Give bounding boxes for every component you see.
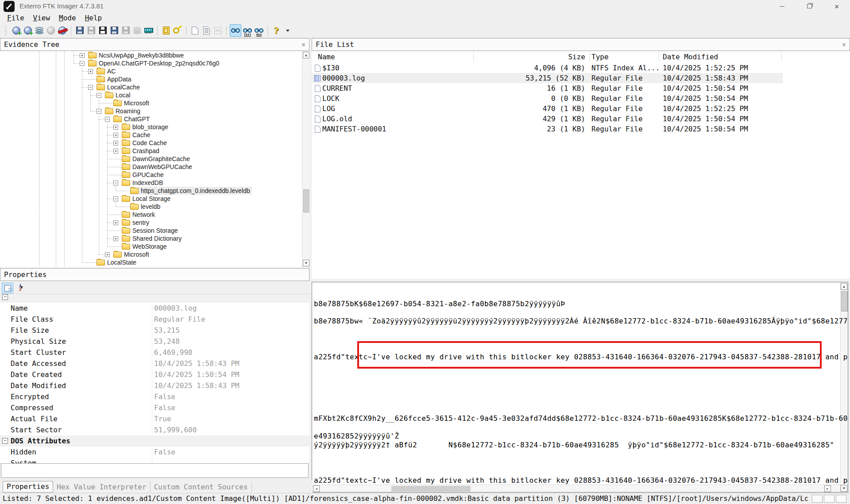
property-row-start-cluster[interactable]: Start Cluster6,469,998	[0, 347, 309, 358]
tree-node-content[interactable]: LocalCache	[97, 83, 142, 91]
tree-node-content[interactable]: GPUCache	[122, 171, 166, 179]
tree-node-local[interactable]: −Local	[0, 91, 301, 99]
tree-node-sentry[interactable]: +sentry	[0, 219, 301, 227]
tree-node-ncsiuwpapp-8wekyb3d8bbwe[interactable]: +NcsiUwpApp_8wekyb3d8bbwe	[0, 51, 301, 59]
scrollbar-thumb[interactable]	[391, 486, 471, 492]
file-row--i30[interactable]: $I304,096 (4 KB)NTFS Index Al...10/4/202…	[312, 63, 850, 73]
column-separator[interactable]	[473, 52, 474, 62]
new-window-button[interactable]	[189, 25, 200, 36]
tree-node-content[interactable]: Local	[105, 91, 132, 99]
menu-item-help[interactable]: Help	[81, 13, 107, 23]
property-row-actual-file[interactable]: Actual FileTrue	[0, 413, 309, 425]
export-disk-image-button[interactable]	[97, 25, 108, 36]
collapse-minus-icon[interactable]: −	[2, 438, 8, 444]
file-row-lock[interactable]: LOCK0 (0 KB)Regular File10/4/2025 1:50:5…	[312, 93, 850, 104]
expand-plus-icon[interactable]: +	[113, 141, 118, 146]
collapse-minus-icon[interactable]: −	[88, 85, 93, 90]
maximize-button[interactable]	[799, 0, 819, 12]
tree-node-webstorage[interactable]: WebStorage	[0, 242, 301, 250]
tree-node-microsoft[interactable]: Microsoft	[0, 99, 301, 107]
tree-node-appdata[interactable]: AppData	[0, 75, 301, 83]
property-row-compressed[interactable]: CompressedFalse	[0, 402, 309, 414]
scrollbar-thumb[interactable]	[841, 291, 848, 312]
tree-node-roaming[interactable]: −Roaming	[0, 107, 301, 115]
tree-node-content[interactable]: blob_storage	[122, 123, 170, 131]
export-file-hash-list-button[interactable]	[132, 25, 143, 36]
close-button[interactable]: ✕	[827, 0, 847, 12]
collapse-minus-icon[interactable]: −	[113, 181, 118, 185]
file-list[interactable]: NameSizeTypeDate Modified$I304,096 (4 KB…	[312, 51, 850, 279]
tree-node-content[interactable]: AppData	[97, 75, 133, 83]
menu-item-mode[interactable]: Mode	[54, 13, 81, 23]
tree-node-content[interactable]: Microsoft	[113, 99, 151, 107]
tree-node-blob-storage[interactable]: +blob_storage	[0, 123, 301, 131]
directory-listing-button[interactable]: DIR	[212, 25, 223, 36]
scroll-right-icon[interactable]: ►	[824, 485, 831, 492]
property-row-hidden[interactable]: HiddenFalse	[0, 446, 309, 458]
tree-node-content[interactable]: AC	[97, 67, 117, 75]
evidence-tree[interactable]: ▲ ▼ +NcsiUwpApp_8wekyb3d8bbwe−OpenAI.Cha…	[0, 51, 309, 267]
remove-evidence-item-button[interactable]	[57, 25, 68, 36]
expand-plus-icon[interactable]: +	[113, 125, 118, 130]
column-separator[interactable]	[659, 52, 659, 62]
capture-memory-button[interactable]	[143, 25, 154, 36]
property-row-date-created[interactable]: Date Created10/4/2025 1:50:54 PM	[0, 369, 309, 381]
menu-item-file[interactable]: File	[3, 13, 29, 23]
property-category-root[interactable]: −	[0, 294, 309, 303]
tree-node-content[interactable]: Code Cache	[122, 139, 169, 147]
toolbar-options-button[interactable]	[282, 25, 293, 36]
collapse-minus-icon[interactable]: −	[2, 294, 8, 300]
tree-node-ac[interactable]: +AC	[0, 67, 301, 75]
add-all-attached-devices-button[interactable]	[23, 25, 33, 36]
tree-node-localcache[interactable]: −LocalCache	[0, 83, 301, 91]
tree-node-content[interactable]: Roaming	[105, 107, 142, 115]
collapse-minus-icon[interactable]: −	[97, 109, 101, 114]
property-row-start-sector[interactable]: Start Sector51,999,600	[0, 424, 309, 436]
tree-node-content[interactable]: leveldb	[130, 203, 162, 211]
properties-view-button[interactable]	[201, 25, 212, 36]
add-evidence-item-button[interactable]	[11, 25, 22, 36]
hex-text-viewer[interactable]: b8e78875bK$68e12697-b054-8321-a8e2-fa0b8…	[312, 282, 848, 492]
expand-plus-icon[interactable]: +	[113, 149, 118, 154]
file-row-log[interactable]: LOG470 (1 KB)Regular File10/4/2025 1:52:…	[312, 104, 850, 114]
column-header-size[interactable]: Size	[470, 52, 585, 62]
tree-node-dawngraphitecache[interactable]: DawnGraphiteCache	[0, 155, 301, 163]
scroll-left-icon[interactable]: ◄	[313, 485, 320, 492]
expand-plus-icon[interactable]: +	[113, 236, 118, 241]
toolbar-grip[interactable]	[5, 26, 8, 35]
tree-node-chatgpt[interactable]: −ChatGPT	[0, 115, 301, 123]
file-row-current[interactable]: CURRENT16 (1 KB)Regular File10/4/2025 1:…	[312, 83, 850, 93]
scroll-up-icon[interactable]: ▲	[303, 52, 309, 58]
property-row-system[interactable]: System	[0, 458, 309, 463]
tree-node-content[interactable]: OpenAI.ChatGPT-Desktop_2p2nqsd0c76g0	[88, 59, 221, 67]
property-row-date-accessed[interactable]: Date Accessed10/4/2025 1:58:43 PM	[0, 358, 309, 369]
file-row-manifest-000001[interactable]: MANIFEST-00000123 (1 KB)Regular File10/4…	[312, 124, 850, 134]
image-mounting-button[interactable]	[34, 25, 45, 36]
tree-node-dawnwebgpucache[interactable]: DawnWebGPUCache	[0, 163, 301, 171]
tree-node-content[interactable]: NcsiUwpApp_8wekyb3d8bbwe	[88, 51, 185, 59]
column-header-date-modified[interactable]: Date Modified	[663, 52, 718, 62]
tree-node-local-storage[interactable]: −Local Storage	[0, 195, 301, 203]
help-button[interactable]: ?	[271, 25, 282, 36]
tree-node-content[interactable]: IndexedDB	[122, 179, 165, 187]
column-separator[interactable]	[589, 52, 590, 62]
add-to-custom-content-image-button[interactable]	[109, 25, 120, 36]
tab-custom-content-sources[interactable]: Custom Content Sources	[151, 482, 252, 492]
tree-node-content[interactable]: Network	[122, 211, 157, 219]
expand-plus-icon[interactable]: +	[88, 69, 93, 74]
column-header-name[interactable]: Name	[318, 52, 335, 62]
detect-efs-encryption-button[interactable]	[172, 25, 183, 36]
evidence-tree-scrollbar[interactable]: ▲ ▼	[302, 51, 309, 267]
unmount-image-button[interactable]	[46, 25, 56, 36]
tree-node-https-chatgpt-com-0-indexeddb-leveldb[interactable]: https_chatgpt.com_0.indexeddb.leveldb	[0, 187, 301, 195]
tree-node-content[interactable]: DawnGraphiteCache	[122, 155, 192, 163]
tree-node-content[interactable]: https_chatgpt.com_0.indexeddb.leveldb	[130, 187, 252, 195]
scroll-down-icon[interactable]: ▼	[303, 260, 309, 266]
file-row-log-old[interactable]: LOG.old429 (1 KB)Regular File10/4/2025 1…	[312, 114, 850, 124]
property-row-file-size[interactable]: File Size53,215	[0, 325, 309, 336]
expand-plus-icon[interactable]: +	[80, 53, 85, 58]
collapse-minus-icon[interactable]: −	[97, 93, 101, 98]
tree-node-gpucache[interactable]: GPUCache	[0, 171, 301, 179]
alphabetical-sort-button[interactable]: AZ	[15, 283, 26, 293]
property-row-encrypted[interactable]: EncryptedFalse	[0, 391, 309, 403]
